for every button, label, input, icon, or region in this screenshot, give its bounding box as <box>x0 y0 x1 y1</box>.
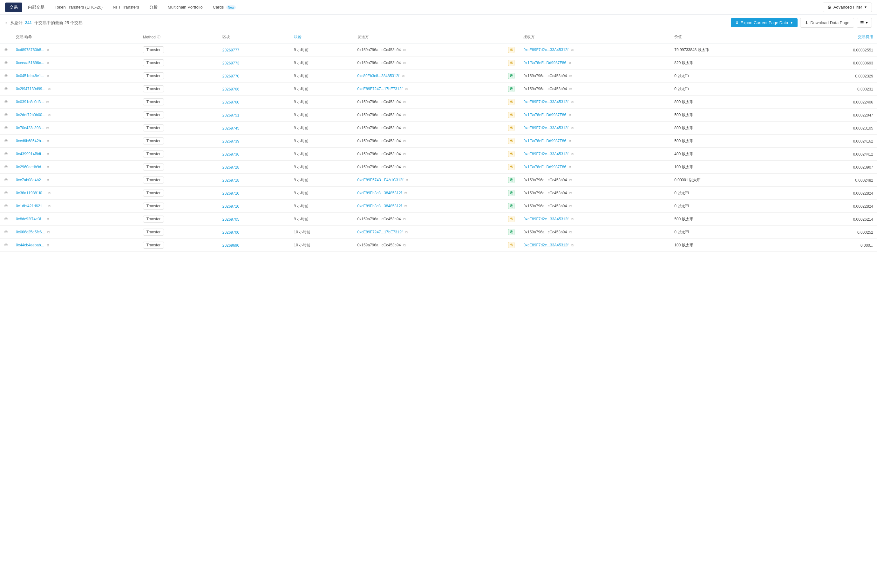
copy-icon[interactable]: ⧉ <box>403 217 406 221</box>
download-button[interactable]: ⬇ Download Data Page <box>800 18 854 28</box>
copy-icon[interactable]: ⧉ <box>403 165 406 169</box>
filter-button[interactable]: ☰ ▼ <box>857 18 872 28</box>
copy-icon[interactable]: ⧉ <box>571 126 573 130</box>
tx-hash-link[interactable]: 0x44cb4eebab... <box>16 243 44 248</box>
tx-hash-link[interactable]: 0x2def72b0b00... <box>16 113 45 117</box>
block-link[interactable]: 20269766 <box>223 87 239 92</box>
block-link[interactable]: 20269773 <box>223 61 239 65</box>
nav-tab-analytics[interactable]: 分析 <box>145 3 162 12</box>
from-address-link[interactable]: 0xcE89Fb3c8...38485312f <box>358 204 402 208</box>
block-link[interactable]: 20269710 <box>223 191 239 196</box>
from-address-link[interactable]: 0xcE89F7247...17bE7312f <box>358 87 403 91</box>
copy-icon[interactable]: ⧉ <box>47 230 50 234</box>
nav-tab-cards[interactable]: Cards New <box>208 3 240 11</box>
copy-icon[interactable]: ⧉ <box>571 217 573 221</box>
block-link[interactable]: 20269736 <box>223 152 239 156</box>
tx-hash-link[interactable]: 0x0451db48e1... <box>16 74 44 78</box>
export-button[interactable]: ⬇ Export Current Page Data ▼ <box>731 18 797 27</box>
copy-icon[interactable]: ⧉ <box>571 152 573 156</box>
copy-icon[interactable]: ⧉ <box>406 178 408 182</box>
copy-icon[interactable]: ⧉ <box>405 191 407 195</box>
eye-icon[interactable]: 👁 <box>4 230 8 235</box>
copy-icon[interactable]: ⧉ <box>403 61 406 65</box>
advanced-filter-button[interactable]: ⚙ Advanced Filter ▼ <box>823 3 872 12</box>
from-address-link[interactable]: 0xcE89F5743...F4A1C312f <box>358 178 403 182</box>
to-address-link[interactable]: 0xcE89F7d2c...33A45312f <box>523 217 568 221</box>
copy-icon[interactable]: ⧉ <box>569 61 571 65</box>
eye-icon[interactable]: 👁 <box>4 243 8 248</box>
eye-icon[interactable]: 👁 <box>4 165 8 170</box>
copy-icon[interactable]: ⧉ <box>47 48 49 52</box>
eye-icon[interactable]: 👁 <box>4 86 8 92</box>
eye-icon[interactable]: 👁 <box>4 60 8 65</box>
copy-icon[interactable]: ⧉ <box>48 204 51 208</box>
tx-hash-link[interactable]: 0x36a119881f0... <box>16 191 45 195</box>
from-address-link[interactable]: 0xc89Fb3c8...38485312f <box>358 74 399 78</box>
block-link[interactable]: 20269690 <box>223 243 239 248</box>
copy-icon[interactable]: ⧉ <box>403 48 406 52</box>
block-link[interactable]: 20269710 <box>223 204 239 208</box>
copy-icon[interactable]: ⧉ <box>47 61 49 65</box>
copy-icon[interactable]: ⧉ <box>47 243 49 248</box>
method-info-icon[interactable]: ⓘ <box>157 34 161 39</box>
block-link[interactable]: 20269745 <box>223 126 239 130</box>
copy-icon[interactable]: ⧉ <box>569 87 572 91</box>
tx-hash-link[interactable]: 0xeeaa51696c... <box>16 61 44 65</box>
copy-icon[interactable]: ⧉ <box>569 165 571 169</box>
copy-icon[interactable]: ⧉ <box>403 100 406 104</box>
copy-icon[interactable]: ⧉ <box>571 243 573 248</box>
tx-hash-link[interactable]: 0x1dbf421d621... <box>16 204 45 208</box>
copy-icon[interactable]: ⧉ <box>47 139 49 143</box>
copy-icon[interactable]: ⧉ <box>571 48 573 52</box>
copy-icon[interactable]: ⧉ <box>48 191 51 195</box>
eye-icon[interactable]: 👁 <box>4 216 8 222</box>
eye-icon[interactable]: 👁 <box>4 47 8 52</box>
eye-icon[interactable]: 👁 <box>4 190 8 196</box>
tx-hash-link[interactable]: 0x4399914f8df... <box>16 152 44 156</box>
copy-icon[interactable]: ⧉ <box>402 74 405 78</box>
copy-icon[interactable]: ⧉ <box>47 100 49 104</box>
copy-icon[interactable]: ⧉ <box>403 243 406 248</box>
tx-hash-link[interactable]: 0x8dc92f74e3f... <box>16 217 44 221</box>
copy-icon[interactable]: ⧉ <box>47 152 49 156</box>
copy-icon[interactable]: ⧉ <box>47 217 49 221</box>
eye-icon[interactable]: 👁 <box>4 177 8 183</box>
to-address-link[interactable]: 0xcE89F7d2c...33A45312f <box>523 152 568 156</box>
copy-icon[interactable]: ⧉ <box>569 139 571 143</box>
tx-hash-link[interactable]: 0x066c25d5fc6... <box>16 230 45 234</box>
nav-tab-transactions[interactable]: 交易 <box>5 3 22 12</box>
copy-icon[interactable]: ⧉ <box>48 113 51 117</box>
eye-icon[interactable]: 👁 <box>4 112 8 117</box>
copy-icon[interactable]: ⧉ <box>403 139 406 143</box>
eye-icon[interactable]: 👁 <box>4 152 8 156</box>
to-address-link[interactable]: 0x1f3a76eF...Dd9987F86 <box>523 113 566 117</box>
block-link[interactable]: 20269770 <box>223 74 239 78</box>
copy-icon[interactable]: ⧉ <box>403 152 406 156</box>
to-address-link[interactable]: 0xcE89F7d2c...33A45312f <box>523 243 568 248</box>
block-link[interactable]: 20269700 <box>223 230 239 235</box>
copy-icon[interactable]: ⧉ <box>405 230 408 234</box>
copy-icon[interactable]: ⧉ <box>47 126 49 130</box>
copy-icon[interactable]: ⧉ <box>405 87 408 91</box>
copy-icon[interactable]: ⧉ <box>569 230 572 234</box>
nav-tab-nft-transfers[interactable]: NFT Transfers <box>108 3 144 11</box>
copy-icon[interactable]: ⧉ <box>403 113 406 117</box>
copy-icon[interactable]: ⧉ <box>569 178 572 182</box>
to-address-link[interactable]: 0xcE89F7d2c...33A45312f <box>523 48 568 52</box>
tx-hash-link[interactable]: 0x2f947139d99... <box>16 87 45 91</box>
block-link[interactable]: 20269751 <box>223 113 239 117</box>
to-address-link[interactable]: 0x1f3a76eF...Dd9987F86 <box>523 139 566 143</box>
copy-icon[interactable]: ⧉ <box>403 126 406 130</box>
copy-icon[interactable]: ⧉ <box>569 204 572 208</box>
from-address-link[interactable]: 0xcE89F7247...17bE7312f <box>358 230 403 234</box>
copy-icon[interactable]: ⧉ <box>571 100 573 104</box>
eye-icon[interactable]: 👁 <box>4 125 8 130</box>
tx-hash-link[interactable]: 0xc7ab08a4b2... <box>16 178 44 182</box>
tx-hash-link[interactable]: 0x0391c8c0d3... <box>16 100 44 104</box>
nav-tab-multichain[interactable]: Multichain Portfolio <box>163 3 207 11</box>
copy-icon[interactable]: ⧉ <box>405 204 407 208</box>
tx-hash-link[interactable]: 0x2960aedb9d... <box>16 165 44 169</box>
tx-hash-link[interactable]: 0xcd6b68542b... <box>16 139 44 143</box>
to-address-link[interactable]: 0x1f3a76eF...Dd9987F86 <box>523 165 566 169</box>
to-address-link[interactable]: 0xcE89F7d2c...33A45312f <box>523 100 568 104</box>
